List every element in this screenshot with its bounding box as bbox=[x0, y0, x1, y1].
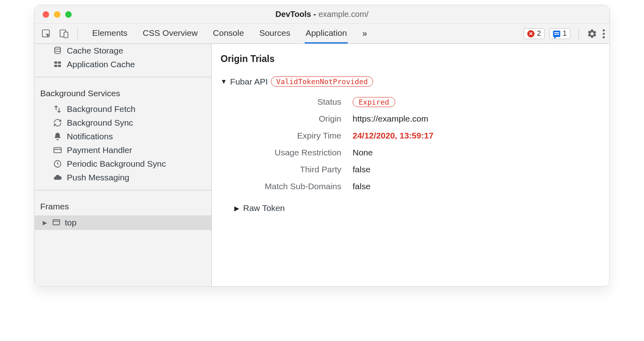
minimize-icon[interactable] bbox=[54, 11, 60, 18]
sidebar-item-frame-top[interactable]: ▶ top bbox=[35, 215, 211, 230]
close-icon[interactable] bbox=[43, 11, 49, 18]
toolbar-separator bbox=[578, 28, 579, 39]
value-match-subdomains: false bbox=[353, 182, 597, 191]
label-match-subdomains: Match Sub-Domains bbox=[244, 182, 353, 191]
messages-count-badge[interactable]: 1 bbox=[549, 28, 570, 39]
sidebar-item-application-cache[interactable]: Application Cache bbox=[35, 58, 211, 71]
trial-details: Status Expired Origin https://example.co… bbox=[244, 97, 597, 191]
database-icon bbox=[53, 46, 62, 55]
svg-point-6 bbox=[55, 47, 61, 50]
trial-name: Fubar API bbox=[230, 77, 268, 87]
error-count: 2 bbox=[537, 29, 541, 38]
main-content: Origin Trials ▼ Fubar API ValidTokenNotP… bbox=[212, 44, 609, 286]
inspect-icon[interactable] bbox=[39, 27, 54, 41]
sidebar-item-label: Notifications bbox=[67, 132, 113, 141]
value-status: Expired bbox=[353, 97, 597, 107]
sidebar-item-label: Background Fetch bbox=[67, 104, 135, 114]
svg-rect-8 bbox=[58, 62, 61, 64]
sidebar-group-frames: Frames bbox=[35, 196, 211, 215]
label-expiry: Expiry Time bbox=[244, 131, 353, 141]
frame-label: top bbox=[65, 218, 76, 227]
raw-token-label: Raw Token bbox=[243, 203, 285, 213]
svg-rect-14 bbox=[53, 220, 60, 225]
svg-rect-9 bbox=[54, 65, 57, 67]
svg-rect-11 bbox=[54, 148, 61, 153]
svg-rect-2 bbox=[64, 32, 68, 37]
bell-icon bbox=[53, 132, 62, 141]
sidebar-divider bbox=[35, 190, 211, 190]
value-origin: https://example.com bbox=[353, 114, 597, 124]
credit-card-icon bbox=[53, 146, 62, 155]
tab-application[interactable]: Application bbox=[305, 24, 348, 43]
tab-elements[interactable]: Elements bbox=[91, 24, 128, 43]
chevron-right-icon: ▶ bbox=[234, 205, 239, 212]
label-usage: Usage Restriction bbox=[244, 148, 353, 157]
svg-point-4 bbox=[603, 33, 605, 35]
messages-count: 1 bbox=[563, 29, 567, 38]
value-third-party: false bbox=[353, 165, 597, 174]
page-title: Origin Trials bbox=[221, 54, 597, 64]
chevron-right-icon: ▶ bbox=[43, 219, 47, 226]
trial-status-badge: ValidTokenNotProvided bbox=[271, 76, 373, 87]
value-expiry: 24/12/2020, 13:59:17 bbox=[353, 131, 597, 141]
sidebar-item-periodic-bg-sync[interactable]: Periodic Background Sync bbox=[35, 157, 211, 171]
clock-icon bbox=[53, 159, 62, 168]
label-origin: Origin bbox=[244, 114, 353, 124]
sidebar-item-label: Application Cache bbox=[67, 60, 135, 69]
chevron-down-icon: ▼ bbox=[221, 78, 227, 85]
error-count-badge[interactable]: ✕ 2 bbox=[524, 28, 545, 39]
grid-icon bbox=[53, 60, 62, 69]
titlebar: DevTools - example.com/ bbox=[35, 5, 609, 24]
sidebar-item-notifications[interactable]: Notifications bbox=[35, 130, 211, 143]
sidebar-item-label: Push Messaging bbox=[67, 173, 129, 182]
title-app: DevTools - bbox=[275, 10, 316, 19]
window-title: DevTools - example.com/ bbox=[35, 10, 609, 19]
sidebar-item-background-fetch[interactable]: Background Fetch bbox=[35, 102, 211, 116]
svg-rect-10 bbox=[58, 65, 61, 67]
title-url: example.com/ bbox=[318, 10, 369, 19]
devtools-toolbar: Elements CSS Overview Console Sources Ap… bbox=[35, 24, 609, 44]
sidebar-item-label: Background Sync bbox=[67, 118, 133, 128]
sidebar-item-payment-handler[interactable]: Payment Handler bbox=[35, 143, 211, 157]
sidebar-item-cache-storage[interactable]: Cache Storage bbox=[35, 44, 211, 58]
devtools-window: DevTools - example.com/ Elements bbox=[34, 5, 610, 287]
application-sidebar: Cache Storage Application Cache Backgrou… bbox=[35, 44, 212, 286]
sidebar-item-push-messaging[interactable]: Push Messaging bbox=[35, 171, 211, 184]
raw-token-row[interactable]: ▶ Raw Token bbox=[234, 203, 597, 213]
svg-point-5 bbox=[603, 36, 605, 38]
cloud-icon bbox=[53, 173, 62, 182]
tab-sources[interactable]: Sources bbox=[258, 24, 291, 43]
tab-css-overview[interactable]: CSS Overview bbox=[142, 24, 199, 43]
sidebar-item-background-sync[interactable]: Background Sync bbox=[35, 116, 211, 130]
kebab-menu-icon[interactable] bbox=[602, 29, 605, 39]
sidebar-divider bbox=[35, 77, 211, 77]
panel-tabs: Elements CSS Overview Console Sources Ap… bbox=[91, 24, 348, 43]
sidebar-item-label: Cache Storage bbox=[67, 46, 123, 56]
more-tabs-icon[interactable]: » bbox=[362, 29, 367, 39]
settings-icon[interactable] bbox=[587, 29, 597, 39]
sidebar-group-background-services: Background Services bbox=[35, 83, 211, 102]
sidebar-item-label: Periodic Background Sync bbox=[67, 159, 166, 169]
sync-icon bbox=[53, 118, 62, 127]
transfer-icon bbox=[53, 105, 62, 114]
device-toggle-icon[interactable] bbox=[56, 27, 72, 41]
tab-console[interactable]: Console bbox=[212, 24, 245, 43]
error-icon: ✕ bbox=[527, 30, 535, 37]
value-usage: None bbox=[353, 148, 597, 157]
origin-trial-row[interactable]: ▼ Fubar API ValidTokenNotProvided bbox=[221, 76, 597, 87]
label-third-party: Third Party bbox=[244, 165, 353, 174]
messages-icon bbox=[553, 31, 560, 37]
svg-rect-7 bbox=[54, 62, 57, 64]
sidebar-item-label: Payment Handler bbox=[67, 145, 132, 155]
fullscreen-icon[interactable] bbox=[65, 11, 72, 18]
window-controls bbox=[43, 11, 72, 18]
svg-point-3 bbox=[603, 29, 605, 31]
frame-icon bbox=[52, 218, 61, 227]
status-badge: Expired bbox=[353, 97, 395, 107]
label-status: Status bbox=[244, 97, 353, 107]
toolbar-separator bbox=[77, 28, 78, 39]
